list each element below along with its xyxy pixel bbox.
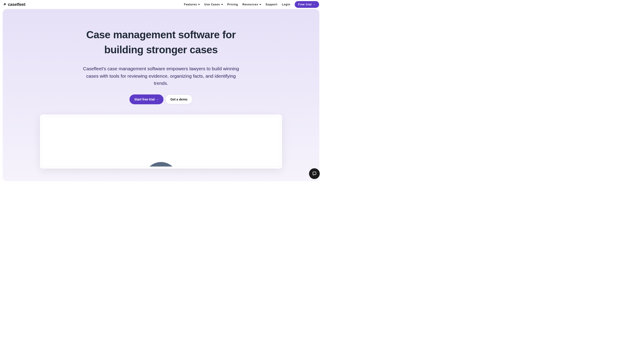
hero-cta-group: Start free trial → Get a demo bbox=[3, 95, 319, 104]
brand-name: casefleet bbox=[8, 2, 26, 7]
flag-icon bbox=[4, 3, 6, 6]
main-nav: Features Use Cases Pricing Resources Sup… bbox=[184, 1, 319, 8]
get-a-demo-button[interactable]: Get a demo bbox=[165, 95, 192, 104]
arrow-right-icon: → bbox=[313, 3, 316, 6]
hero-section: Case management software for building st… bbox=[3, 9, 319, 181]
nav-pricing[interactable]: Pricing bbox=[228, 3, 238, 6]
caret-down-icon bbox=[260, 4, 261, 5]
site-header: casefleet Features Use Cases Pricing Res… bbox=[0, 0, 322, 9]
hero-title: Case management software for building st… bbox=[72, 27, 250, 57]
nav-label: Resources bbox=[242, 3, 258, 6]
nav-use-cases[interactable]: Use Cases bbox=[204, 3, 223, 6]
hero-subtitle: Casefleet's case management software emp… bbox=[83, 65, 239, 87]
nav-label: Support bbox=[266, 3, 278, 6]
brand-logo[interactable]: casefleet bbox=[4, 2, 26, 7]
decorative-circle bbox=[144, 162, 178, 167]
caret-down-icon bbox=[221, 4, 223, 5]
nav-label: Features bbox=[184, 3, 197, 6]
nav-resources[interactable]: Resources bbox=[242, 3, 261, 6]
button-label: Start free trial bbox=[134, 98, 155, 101]
chat-widget-button[interactable] bbox=[309, 168, 320, 179]
chat-icon bbox=[312, 171, 317, 176]
nav-features[interactable]: Features bbox=[184, 3, 200, 6]
nav-label: Pricing bbox=[228, 3, 238, 6]
nav-label: Use Cases bbox=[204, 3, 220, 6]
hero-media-placeholder bbox=[42, 116, 280, 167]
start-free-trial-button[interactable]: Start free trial → bbox=[130, 95, 164, 104]
button-label: Free trial bbox=[298, 3, 312, 6]
caret-down-icon bbox=[198, 4, 200, 5]
nav-support[interactable]: Support bbox=[266, 3, 278, 6]
hero-media-frame bbox=[40, 115, 282, 169]
nav-login[interactable]: Login bbox=[282, 3, 290, 6]
arrow-right-icon: → bbox=[156, 98, 158, 101]
nav-label: Login bbox=[282, 3, 290, 6]
free-trial-button[interactable]: Free trial → bbox=[295, 1, 319, 8]
